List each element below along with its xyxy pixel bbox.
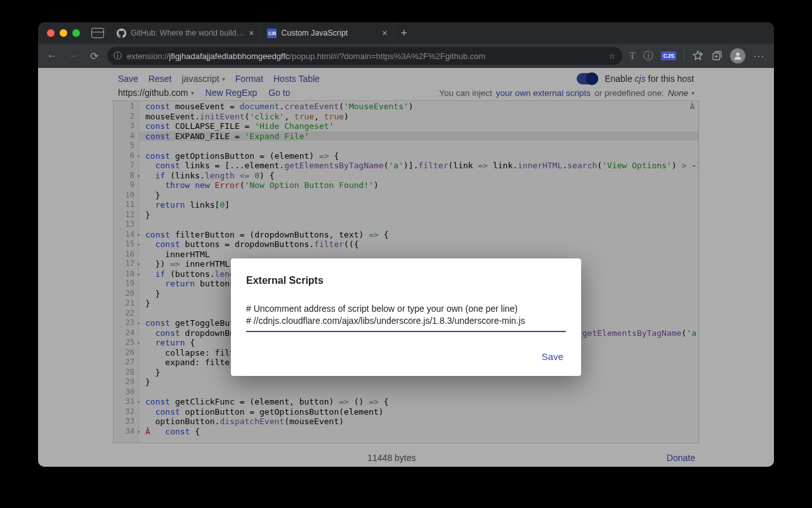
or-predef-label: or predefined one: xyxy=(594,88,664,98)
toolbar-right: T ⓘ CJS ⋯ xyxy=(629,48,768,64)
separator xyxy=(684,50,684,62)
tab-cjs[interactable]: CJS Custom JavaScript × xyxy=(261,22,394,44)
favorites-icon[interactable] xyxy=(692,50,704,62)
maximize-window-button[interactable] xyxy=(72,29,80,37)
modal-save-button[interactable]: Save xyxy=(539,347,566,366)
tab-strip: GitHub: Where the world build… × CJS Cus… xyxy=(110,22,394,44)
address-bar[interactable]: ⓘ extension://jfigjhadafajjafedlabbhomge… xyxy=(107,47,622,65)
external-scripts-modal: External Scripts Save xyxy=(231,258,581,376)
titlebar: GitHub: Where the world build… × CJS Cus… xyxy=(38,22,774,44)
tab-overview-icon[interactable] xyxy=(91,28,104,38)
go-to-link[interactable]: Go to xyxy=(268,88,290,98)
site-info-icon[interactable]: ⓘ xyxy=(114,50,122,62)
enable-label: Enable cjs for this host xyxy=(605,74,694,84)
page-content: Save Reset javascript Format Hosts Table… xyxy=(38,68,774,467)
donate-link[interactable]: Donate xyxy=(667,453,695,463)
cjs-favicon: CJS xyxy=(267,29,277,38)
svg-point-1 xyxy=(736,53,739,56)
window-controls xyxy=(47,29,80,37)
reload-button[interactable]: ⟳ xyxy=(88,48,101,65)
enable-toggle-area: Enable cjs for this host xyxy=(577,73,694,84)
new-tab-button[interactable]: + xyxy=(394,27,414,40)
bookmark-icon[interactable]: ☆ xyxy=(608,51,616,61)
byte-count: 11448 bytes xyxy=(367,453,416,463)
save-link[interactable]: Save xyxy=(118,74,138,84)
minimize-window-button[interactable] xyxy=(60,29,67,37)
tab-label: GitHub: Where the world build… xyxy=(131,29,244,37)
browser-toolbar: ← → ⟳ ⓘ extension://jfigjhadafajjafedlab… xyxy=(38,44,774,68)
inject-controls: You can inject your own external scripts… xyxy=(439,88,694,98)
reset-link[interactable]: Reset xyxy=(148,74,172,84)
github-favicon xyxy=(117,29,126,38)
collections-icon[interactable] xyxy=(711,50,723,62)
serif-t-icon[interactable]: T xyxy=(629,50,636,62)
predef-select[interactable]: None xyxy=(668,88,694,98)
tab-github[interactable]: GitHub: Where the world build… × xyxy=(110,22,261,44)
enable-toggle[interactable] xyxy=(577,73,598,84)
editor-footer: 11448 bytes Donate xyxy=(113,450,699,465)
new-regexp-link[interactable]: New RegExp xyxy=(206,88,258,98)
close-tab-icon[interactable]: × xyxy=(382,29,387,37)
domain-select[interactable]: https://github.com xyxy=(118,88,194,98)
unsaved-indicator: Ȧ xyxy=(690,102,695,111)
language-select[interactable]: javascript xyxy=(182,74,225,84)
forward-button[interactable]: → xyxy=(66,48,81,64)
line-gutter: 1234567891011121314151617181920212223242… xyxy=(114,101,139,443)
close-window-button[interactable] xyxy=(47,29,55,37)
close-tab-icon[interactable]: × xyxy=(249,29,254,37)
back-button[interactable]: ← xyxy=(44,48,60,64)
modal-title: External Scripts xyxy=(246,275,566,286)
format-link[interactable]: Format xyxy=(235,74,263,84)
inject-label: You can inject xyxy=(439,88,492,98)
url-text: extension://jfigjhadafajjafedlabbhomgeed… xyxy=(127,51,603,61)
more-menu-icon[interactable]: ⋯ xyxy=(753,50,765,62)
extension-toolbar: Save Reset javascript Format Hosts Table… xyxy=(38,68,774,86)
extension-row2: https://github.com New RegExp Go to You … xyxy=(38,86,774,100)
info-ext-icon[interactable]: ⓘ xyxy=(643,50,653,63)
tab-label: Custom JavaScript xyxy=(281,29,348,37)
browser-window: GitHub: Where the world build… × CJS Cus… xyxy=(38,22,774,467)
profile-avatar[interactable] xyxy=(730,48,745,64)
external-scripts-textarea[interactable] xyxy=(246,302,566,332)
hosts-table-link[interactable]: Hosts Table xyxy=(273,74,320,84)
cjs-extension-icon[interactable]: CJS xyxy=(661,51,676,60)
your-own-scripts-link[interactable]: your own external scripts xyxy=(496,88,591,98)
